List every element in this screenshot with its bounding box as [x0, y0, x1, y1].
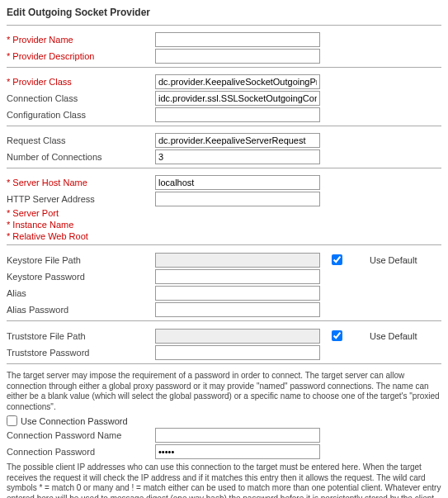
divider	[7, 67, 441, 68]
alias-input[interactable]	[155, 286, 320, 301]
page-title: Edit Outgoing Socket Provider	[7, 5, 441, 21]
http-server-address-label: HTTP Server Address	[7, 194, 155, 204]
request-class-label: Request Class	[7, 135, 155, 145]
http-server-address-input[interactable]	[155, 192, 320, 206]
keystore-file-path-input[interactable]	[155, 253, 320, 268]
divider	[7, 244, 441, 245]
number-of-connections-label: Number of Connections	[7, 152, 155, 162]
connection-class-label: Connection Class	[7, 93, 155, 103]
server-host-name-input[interactable]	[155, 175, 320, 190]
configuration-class-label: Configuration Class	[7, 110, 155, 120]
provider-description-input[interactable]	[155, 49, 320, 64]
keystore-file-path-label: Keystore File Path	[7, 255, 155, 265]
keystore-password-input[interactable]	[155, 269, 320, 284]
relative-web-root-label: * Relative Web Root	[7, 231, 155, 241]
truststore-use-default-checkbox[interactable]	[332, 330, 342, 341]
configuration-class-input[interactable]	[155, 107, 320, 122]
alias-password-input[interactable]	[155, 302, 320, 317]
request-class-input[interactable]	[155, 133, 320, 148]
provider-class-label: * Provider Class	[7, 77, 155, 87]
alias-password-label: Alias Password	[7, 305, 155, 315]
truststore-password-label: Truststore Password	[7, 348, 155, 358]
connection-password-input[interactable]	[155, 444, 320, 459]
divider	[7, 363, 441, 364]
server-host-name-label: * Server Host Name	[7, 178, 155, 187]
password-note: The target server may impose the require…	[7, 371, 441, 412]
keystore-use-default-label: Use Default	[353, 255, 417, 265]
divider	[7, 126, 441, 126]
use-connection-password-label: Use Connection Password	[21, 416, 128, 426]
provider-description-label: * Provider Description	[7, 51, 155, 61]
divider	[7, 320, 441, 321]
provider-name-label: * Provider Name	[7, 35, 155, 45]
keystore-use-default-checkbox[interactable]	[332, 254, 342, 265]
provider-class-input[interactable]	[155, 74, 320, 89]
truststore-password-input[interactable]	[155, 345, 320, 360]
divider	[7, 168, 441, 168]
truststore-file-path-label: Truststore File Path	[7, 331, 155, 341]
use-connection-password-checkbox[interactable]	[7, 415, 17, 426]
number-of-connections-input[interactable]	[155, 149, 320, 164]
keystore-password-label: Keystore Password	[7, 272, 155, 282]
truststore-file-path-input[interactable]	[155, 329, 320, 344]
alias-label: Alias	[7, 288, 155, 298]
provider-name-input[interactable]	[155, 32, 320, 47]
connection-class-input[interactable]	[155, 91, 320, 106]
server-port-label: * Server Port	[7, 208, 155, 218]
truststore-use-default-label: Use Default	[353, 331, 417, 341]
instance-name-label: * Instance Name	[7, 220, 155, 230]
ip-filter-note: The possible client IP addresses who can…	[7, 462, 441, 498]
connection-password-name-input[interactable]	[155, 428, 320, 443]
divider	[7, 25, 441, 26]
connection-password-label: Connection Password	[7, 447, 155, 457]
connection-password-name-label: Connection Password Name	[7, 430, 155, 440]
